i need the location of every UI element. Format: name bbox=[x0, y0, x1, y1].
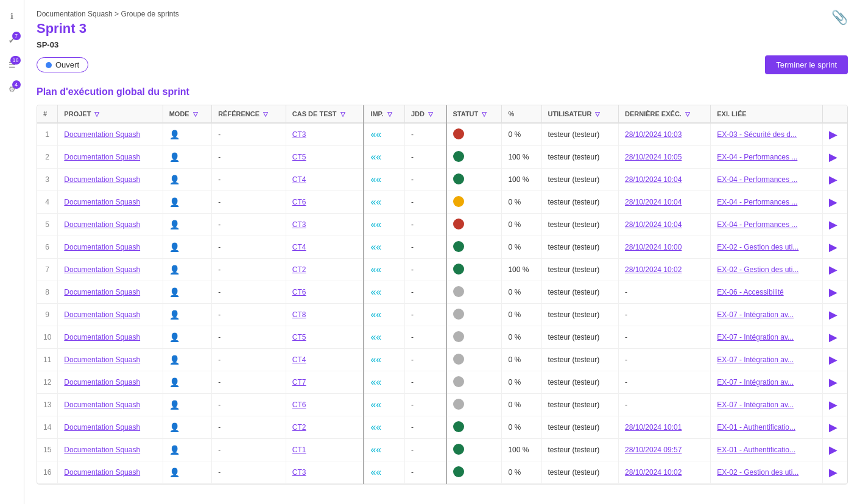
col-statut[interactable]: STATUT ▽ bbox=[446, 105, 502, 123]
play-button[interactable]: ▶ bbox=[829, 308, 837, 321]
play-button[interactable]: ▶ bbox=[829, 263, 837, 276]
cell-last-exec[interactable]: 28/10/2024 09:57 bbox=[618, 439, 710, 461]
cell-cas[interactable]: CT6 bbox=[286, 394, 364, 416]
exi-link[interactable]: EX-02 - Gestion des uti... bbox=[717, 265, 798, 274]
play-button[interactable]: ▶ bbox=[829, 195, 837, 209]
last-exec-link[interactable]: 28/10/2024 10:05 bbox=[625, 153, 682, 161]
cas-link[interactable]: CT5 bbox=[292, 333, 306, 341]
exi-link[interactable]: EX-04 - Performances ... bbox=[717, 220, 797, 229]
cell-action[interactable]: ▶ bbox=[822, 191, 847, 214]
cell-cas[interactable]: CT3 bbox=[286, 214, 364, 236]
cas-link[interactable]: CT2 bbox=[292, 265, 306, 274]
cell-action[interactable]: ▶ bbox=[822, 326, 847, 349]
col-jdd[interactable]: JDD ▽ bbox=[404, 105, 446, 123]
cell-projet[interactable]: Documentation Squash bbox=[58, 146, 163, 169]
last-exec-link[interactable]: 28/10/2024 10:04 bbox=[625, 175, 682, 184]
col-user[interactable]: UTILISATEUR ▽ bbox=[541, 105, 618, 123]
cell-action[interactable]: ▶ bbox=[822, 461, 847, 484]
exi-link[interactable]: EX-07 - Intégration av... bbox=[717, 378, 794, 387]
cell-action[interactable]: ▶ bbox=[822, 439, 847, 461]
play-button[interactable]: ▶ bbox=[829, 421, 837, 434]
cell-exi[interactable]: EX-07 - Intégration av... bbox=[711, 326, 822, 349]
cell-exi[interactable]: EX-07 - Intégration av... bbox=[711, 349, 822, 371]
cell-action[interactable]: ▶ bbox=[822, 146, 847, 169]
cell-projet[interactable]: Documentation Squash bbox=[58, 169, 163, 191]
cell-exi[interactable]: EX-01 - Authentificatio... bbox=[711, 416, 822, 439]
exi-link[interactable]: EX-07 - Intégration av... bbox=[717, 310, 794, 319]
projet-link[interactable]: Documentation Squash bbox=[64, 130, 140, 139]
play-button[interactable]: ▶ bbox=[829, 173, 837, 186]
col-imp[interactable]: IMP. ▽ bbox=[364, 105, 404, 123]
cell-exi[interactable]: EX-07 - Intégration av... bbox=[711, 304, 822, 326]
cell-action[interactable]: ▶ bbox=[822, 259, 847, 281]
projet-link[interactable]: Documentation Squash bbox=[64, 288, 140, 296]
cas-link[interactable]: CT8 bbox=[292, 310, 306, 319]
cell-exi[interactable]: EX-04 - Performances ... bbox=[711, 169, 822, 191]
sidebar-icon-gear[interactable]: ⚙ 4 bbox=[2, 79, 22, 99]
cell-cas[interactable]: CT4 bbox=[286, 169, 364, 191]
cell-last-exec[interactable]: 28/10/2024 10:02 bbox=[618, 259, 710, 281]
cell-action[interactable]: ▶ bbox=[822, 304, 847, 326]
cell-projet[interactable]: Documentation Squash bbox=[58, 326, 163, 349]
last-exec-link[interactable]: 28/10/2024 10:04 bbox=[625, 198, 682, 206]
breadcrumb-part1[interactable]: Documentation Squash bbox=[37, 10, 113, 18]
projet-link[interactable]: Documentation Squash bbox=[64, 310, 140, 319]
cas-link[interactable]: CT6 bbox=[292, 198, 306, 206]
cell-projet[interactable]: Documentation Squash bbox=[58, 416, 163, 439]
projet-link[interactable]: Documentation Squash bbox=[64, 198, 140, 206]
cell-exi[interactable]: EX-04 - Performances ... bbox=[711, 214, 822, 236]
cas-link[interactable]: CT7 bbox=[292, 378, 306, 387]
cell-exi[interactable]: EX-03 - Sécurité des d... bbox=[711, 123, 822, 146]
exi-link[interactable]: EX-07 - Intégration av... bbox=[717, 333, 794, 341]
cell-action[interactable]: ▶ bbox=[822, 169, 847, 191]
col-mode[interactable]: MODE ▽ bbox=[163, 105, 211, 123]
end-sprint-button[interactable]: Terminer le sprint bbox=[765, 55, 848, 74]
exi-link[interactable]: EX-07 - Intégration av... bbox=[717, 355, 794, 364]
sidebar-icon-list[interactable]: ☰ 16 bbox=[2, 55, 22, 74]
cell-exi[interactable]: EX-04 - Performances ... bbox=[711, 146, 822, 169]
projet-link[interactable]: Documentation Squash bbox=[64, 355, 140, 364]
cell-exi[interactable]: EX-07 - Intégration av... bbox=[711, 371, 822, 394]
cell-action[interactable]: ▶ bbox=[822, 236, 847, 259]
cas-link[interactable]: CT3 bbox=[292, 468, 306, 477]
play-button[interactable]: ▶ bbox=[829, 331, 837, 344]
cas-link[interactable]: CT4 bbox=[292, 175, 306, 184]
exi-link[interactable]: EX-07 - Intégration av... bbox=[717, 401, 794, 409]
exi-link[interactable]: EX-03 - Sécurité des d... bbox=[717, 130, 797, 139]
play-button[interactable]: ▶ bbox=[829, 128, 837, 141]
projet-link[interactable]: Documentation Squash bbox=[64, 423, 140, 432]
cas-link[interactable]: CT6 bbox=[292, 288, 306, 296]
exi-link[interactable]: EX-01 - Authentificatio... bbox=[717, 423, 795, 432]
cell-projet[interactable]: Documentation Squash bbox=[58, 259, 163, 281]
cell-cas[interactable]: CT5 bbox=[286, 146, 364, 169]
cell-cas[interactable]: CT6 bbox=[286, 281, 364, 304]
cas-link[interactable]: CT4 bbox=[292, 243, 306, 251]
cas-link[interactable]: CT2 bbox=[292, 423, 306, 432]
cell-last-exec[interactable]: 28/10/2024 10:03 bbox=[618, 123, 710, 146]
last-exec-link[interactable]: 28/10/2024 09:57 bbox=[625, 446, 682, 454]
cell-cas[interactable]: CT8 bbox=[286, 304, 364, 326]
cell-action[interactable]: ▶ bbox=[822, 394, 847, 416]
cell-projet[interactable]: Documentation Squash bbox=[58, 349, 163, 371]
play-button[interactable]: ▶ bbox=[829, 285, 837, 299]
last-exec-link[interactable]: 28/10/2024 10:04 bbox=[625, 220, 682, 229]
cell-cas[interactable]: CT3 bbox=[286, 123, 364, 146]
play-button[interactable]: ▶ bbox=[829, 398, 837, 411]
projet-link[interactable]: Documentation Squash bbox=[64, 153, 140, 161]
col-cas[interactable]: CAS DE TEST ▽ bbox=[286, 105, 364, 123]
col-last-exec[interactable]: DERNIÈRE EXÉC. ▽ bbox=[618, 105, 710, 123]
cell-projet[interactable]: Documentation Squash bbox=[58, 304, 163, 326]
projet-link[interactable]: Documentation Squash bbox=[64, 265, 140, 274]
exi-link[interactable]: EX-02 - Gestion des uti... bbox=[717, 243, 798, 251]
cell-exi[interactable]: EX-02 - Gestion des uti... bbox=[711, 259, 822, 281]
play-button[interactable]: ▶ bbox=[829, 466, 837, 479]
cell-last-exec[interactable]: 28/10/2024 10:00 bbox=[618, 236, 710, 259]
last-exec-link[interactable]: 28/10/2024 10:03 bbox=[625, 130, 682, 139]
cas-link[interactable]: CT1 bbox=[292, 446, 306, 454]
projet-link[interactable]: Documentation Squash bbox=[64, 243, 140, 251]
cell-action[interactable]: ▶ bbox=[822, 349, 847, 371]
cell-action[interactable]: ▶ bbox=[822, 214, 847, 236]
col-reference[interactable]: RÉFÉRENCE ▽ bbox=[212, 105, 286, 123]
cell-last-exec[interactable]: 28/10/2024 10:04 bbox=[618, 169, 710, 191]
play-button[interactable]: ▶ bbox=[829, 353, 837, 366]
